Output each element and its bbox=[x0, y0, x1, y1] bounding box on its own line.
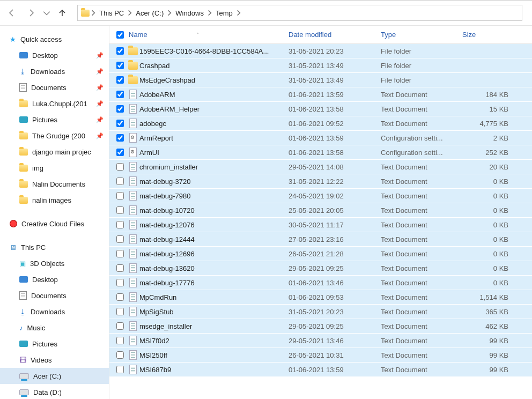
row-checkbox[interactable] bbox=[116, 322, 124, 330]
row-checkbox[interactable] bbox=[116, 91, 124, 98]
sidebar-item[interactable]: Desktop📌 bbox=[0, 47, 109, 63]
select-all-checkbox[interactable] bbox=[116, 31, 124, 39]
row-checkbox[interactable] bbox=[116, 293, 124, 301]
row-checkbox[interactable] bbox=[116, 235, 124, 243]
file-row[interactable]: MSI250ff26-05-2021 10:31Text Document99 … bbox=[109, 348, 532, 363]
file-row[interactable]: MSI687b901-06-2021 13:59Text Document99 … bbox=[109, 363, 532, 377]
nav-recent-button[interactable] bbox=[43, 5, 50, 20]
file-row[interactable]: mat-debug-1244427-05-2021 23:16Text Docu… bbox=[109, 232, 532, 247]
row-checkbox[interactable] bbox=[116, 308, 124, 315]
row-checkbox[interactable] bbox=[116, 279, 124, 286]
file-row[interactable]: AdobeARM01-06-2021 13:59Text Document184… bbox=[109, 87, 532, 102]
breadcrumb-seg[interactable]: Windows bbox=[173, 9, 206, 17]
generic-folder-icon bbox=[19, 181, 28, 188]
row-checkbox[interactable] bbox=[116, 192, 124, 200]
file-date: 01-06-2021 13:59 bbox=[289, 366, 381, 374]
sidebar-item[interactable]: Pictures📌 bbox=[0, 112, 109, 128]
quick-access-header[interactable]: ★ Quick access bbox=[0, 31, 109, 47]
sidebar-item[interactable]: django main projec bbox=[0, 144, 109, 160]
file-name: Crashpad bbox=[139, 62, 289, 70]
sidebar-item[interactable]: img bbox=[0, 160, 109, 176]
row-checkbox[interactable] bbox=[116, 163, 124, 171]
sidebar-item-label: Desktop bbox=[32, 51, 58, 60]
generic-folder-icon bbox=[19, 149, 28, 156]
sidebar-item[interactable]: Documents bbox=[0, 287, 109, 304]
file-row[interactable]: adobegc01-06-2021 09:52Text Document4,77… bbox=[109, 116, 532, 131]
file-row[interactable]: MsEdgeCrashpad31-05-2021 13:49File folde… bbox=[109, 73, 532, 87]
text-file-icon bbox=[129, 249, 137, 258]
file-row[interactable]: ArmReport01-06-2021 13:59Configuration s… bbox=[109, 131, 532, 145]
row-checkbox[interactable] bbox=[116, 105, 124, 113]
sidebar-item[interactable]: Documents📌 bbox=[0, 79, 109, 95]
row-checkbox[interactable] bbox=[116, 366, 124, 373]
sidebar-item-label: Documents bbox=[31, 84, 66, 92]
row-checkbox[interactable] bbox=[116, 149, 124, 156]
file-row[interactable]: 1595EEC3-C016-4664-8DBB-1CC584A...31-05-… bbox=[109, 44, 532, 58]
file-row[interactable]: MSI7f0d229-05-2021 13:46Text Document99 … bbox=[109, 334, 532, 348]
doc-icon bbox=[19, 83, 27, 92]
sidebar-item[interactable]: ♪Music bbox=[0, 320, 109, 336]
sidebar-item[interactable]: Pictures bbox=[0, 336, 109, 352]
sidebar-item[interactable]: Luka.Chuppi.(201📌 bbox=[0, 95, 109, 112]
sidebar-item[interactable]: ▣3D Objects bbox=[0, 255, 109, 271]
sidebar-item[interactable]: 🎞Videos bbox=[0, 352, 109, 368]
file-type: Configuration setti... bbox=[381, 134, 462, 142]
row-checkbox[interactable] bbox=[116, 351, 124, 359]
file-name: ArmUI bbox=[139, 149, 289, 157]
row-checkbox[interactable] bbox=[116, 76, 124, 84]
breadcrumb-bar[interactable]: This PC Acer (C:) Windows Temp bbox=[77, 5, 522, 21]
file-row[interactable]: mat-debug-798024-05-2021 19:02Text Docum… bbox=[109, 189, 532, 203]
nav-back-button[interactable] bbox=[4, 5, 19, 20]
nav-up-button[interactable] bbox=[55, 5, 70, 20]
creative-cloud-item[interactable]: Creative Cloud Files bbox=[0, 216, 109, 232]
pin-icon: 📌 bbox=[96, 52, 104, 59]
sidebar-item[interactable]: The Grudge (200📌 bbox=[0, 128, 109, 144]
file-row[interactable]: ArmUI01-06-2021 13:58Configuration setti… bbox=[109, 145, 532, 160]
row-checkbox[interactable] bbox=[116, 250, 124, 257]
file-row[interactable]: mat-debug-372031-05-2021 12:22Text Docum… bbox=[109, 174, 532, 189]
file-row[interactable]: MpCmdRun01-06-2021 09:53Text Document1,5… bbox=[109, 290, 532, 305]
text-file-icon bbox=[129, 104, 137, 114]
column-header-size[interactable]: Size bbox=[462, 31, 509, 39]
file-type: Text Document bbox=[381, 308, 462, 316]
file-row[interactable]: mat-debug-1362029-05-2021 09:25Text Docu… bbox=[109, 261, 532, 276]
breadcrumb-seg[interactable]: This PC bbox=[97, 9, 126, 17]
row-checkbox[interactable] bbox=[116, 178, 124, 185]
sidebar-item[interactable]: Nalin Documents bbox=[0, 176, 109, 192]
row-checkbox[interactable] bbox=[116, 62, 124, 69]
file-row[interactable]: AdobeARM_Helper01-06-2021 13:58Text Docu… bbox=[109, 102, 532, 116]
row-checkbox[interactable] bbox=[116, 221, 124, 228]
file-row[interactable]: mat-debug-1777601-06-2021 13:46Text Docu… bbox=[109, 276, 532, 290]
breadcrumb-seg[interactable]: Temp bbox=[213, 9, 235, 17]
nav-forward-button[interactable] bbox=[24, 5, 39, 20]
sidebar-item-label: Videos bbox=[31, 356, 52, 364]
file-row[interactable]: mat-debug-1207630-05-2021 11:17Text Docu… bbox=[109, 218, 532, 232]
sidebar-item[interactable]: nalin images bbox=[0, 192, 109, 208]
file-row[interactable]: msedge_installer29-05-2021 09:25Text Doc… bbox=[109, 319, 532, 334]
column-header-name[interactable]: Name ˄ bbox=[127, 31, 289, 39]
row-checkbox[interactable] bbox=[116, 206, 124, 214]
file-size: 252 KB bbox=[462, 149, 508, 157]
file-row[interactable]: MpSigStub31-05-2021 20:23Text Document36… bbox=[109, 305, 532, 319]
sidebar-item[interactable]: Data (D:) bbox=[0, 384, 109, 399]
file-name: mat-debug-3720 bbox=[139, 178, 289, 186]
file-row[interactable]: mat-debug-1072025-05-2021 20:05Text Docu… bbox=[109, 203, 532, 218]
row-checkbox[interactable] bbox=[116, 264, 124, 272]
file-list-pane: Name ˄ Date modified Type Size 1595EEC3-… bbox=[109, 26, 532, 399]
file-row[interactable]: chromium_installer29-05-2021 14:08Text D… bbox=[109, 160, 532, 174]
row-checkbox[interactable] bbox=[116, 337, 124, 344]
row-checkbox[interactable] bbox=[116, 120, 124, 127]
row-checkbox[interactable] bbox=[116, 134, 124, 142]
column-header-type[interactable]: Type bbox=[381, 31, 462, 39]
sidebar-item[interactable]: Acer (C:) bbox=[0, 368, 109, 384]
this-pc-header[interactable]: 🖥 This PC bbox=[0, 239, 109, 255]
breadcrumb-seg[interactable]: Acer (C:) bbox=[134, 9, 166, 17]
file-row[interactable]: Crashpad31-05-2021 13:49File folder bbox=[109, 58, 532, 73]
file-row[interactable]: mat-debug-1269626-05-2021 21:28Text Docu… bbox=[109, 247, 532, 261]
sidebar-item[interactable]: ⭳Downloads📌 bbox=[0, 63, 109, 79]
column-header-date[interactable]: Date modified bbox=[289, 31, 381, 39]
sidebar-item[interactable]: Desktop bbox=[0, 271, 109, 287]
file-size: 99 KB bbox=[462, 366, 508, 374]
sidebar-item[interactable]: ⭳Downloads bbox=[0, 304, 109, 320]
row-checkbox[interactable] bbox=[116, 47, 124, 55]
